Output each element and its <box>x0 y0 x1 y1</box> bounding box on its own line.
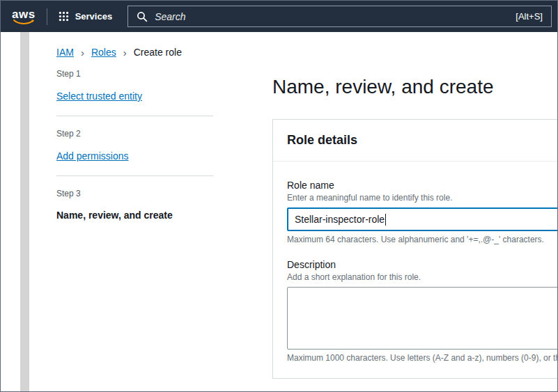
breadcrumb-link-iam[interactable]: IAM <box>56 47 74 58</box>
search-input[interactable] <box>155 11 509 22</box>
wizard-steps-nav: Step 1 Select trusted entity Step 2 Add … <box>56 69 213 221</box>
grid-icon <box>59 11 69 22</box>
step-divider <box>56 175 213 176</box>
description-textarea[interactable] <box>287 287 557 350</box>
step-number-label: Step 3 <box>56 189 213 198</box>
description-constraint: Maximum 1000 characters. Use letters (A-… <box>287 353 557 363</box>
chevron-right-icon: › <box>123 47 127 58</box>
description-label: Description <box>287 259 557 270</box>
role-name-description: Enter a meaningful name to identify this… <box>287 193 557 203</box>
step-link-add-permissions[interactable]: Add permissions <box>56 150 129 162</box>
aws-console-window: aws Services [Alt+S] <box>0 0 558 392</box>
role-name-constraint: Maximum 64 characters. Use alphanumeric … <box>287 235 557 244</box>
wizard-step-2: Step 2 Add permissions <box>56 129 213 162</box>
step-number-label: Step 2 <box>56 129 213 139</box>
chevron-right-icon: › <box>81 47 84 58</box>
role-name-input[interactable]: Stellar-inspector-role <box>287 207 557 231</box>
top-navigation-bar: aws Services [Alt+S] <box>1 1 557 32</box>
services-label: Services <box>75 11 113 22</box>
step-link-select-trusted-entity[interactable]: Select trusted entity <box>56 91 142 102</box>
wizard-step-3: Step 3 Name, review, and create <box>56 189 213 221</box>
breadcrumb-current: Create role <box>134 47 182 58</box>
page-title: Name, review, and create <box>272 76 557 98</box>
card-title: Role details <box>287 133 357 147</box>
side-panel-strip <box>20 32 29 391</box>
wizard-step-1: Step 1 Select trusted entity <box>56 69 213 102</box>
step-divider <box>56 116 213 116</box>
magnifier-icon <box>137 11 148 22</box>
text-caret <box>385 214 386 226</box>
role-details-card: Role details Role name Enter a meaningfu… <box>272 119 557 379</box>
breadcrumb-link-roles[interactable]: Roles <box>91 47 116 58</box>
card-header: Role details <box>273 120 557 162</box>
search-shortcut-hint: [Alt+S] <box>516 11 543 22</box>
columns: Step 1 Select trusted entity Step 2 Add … <box>56 69 557 379</box>
description-description: Add a short explanation for this role. <box>287 272 557 282</box>
content-area: IAM › Roles › Create role Step 1 Select … <box>29 32 557 391</box>
role-name-field: Role name Enter a meaningful name to ide… <box>287 180 557 244</box>
card-body: Role name Enter a meaningful name to ide… <box>273 162 557 378</box>
role-name-label: Role name <box>287 180 557 191</box>
aws-smile-icon <box>13 19 35 25</box>
aws-logo[interactable]: aws <box>12 8 36 25</box>
role-name-value: Stellar-inspector-role <box>295 214 385 225</box>
description-field: Description Add a short explanation for … <box>287 259 557 363</box>
topbar-divider <box>47 8 47 25</box>
page-body: IAM › Roles › Create role Step 1 Select … <box>1 32 557 391</box>
global-search-box[interactable]: [Alt+S] <box>127 6 552 27</box>
services-menu-button[interactable]: Services <box>59 11 113 22</box>
step-number-label: Step 1 <box>56 69 213 79</box>
main-panel: Name, review, and create Role details Ro… <box>272 69 557 379</box>
breadcrumb: IAM › Roles › Create role <box>56 47 557 58</box>
step-current-name-review-create: Name, review, and create <box>56 210 213 221</box>
